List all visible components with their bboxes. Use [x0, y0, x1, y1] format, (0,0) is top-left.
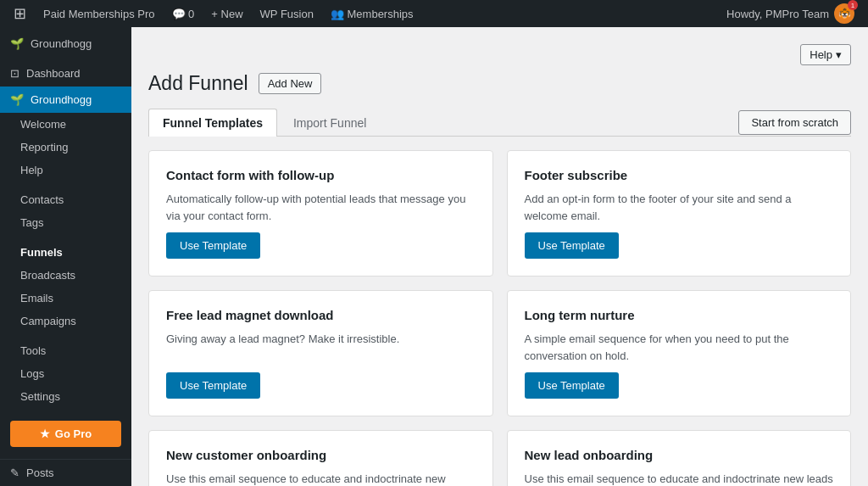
avatar-emoji: 🐯: [838, 8, 851, 20]
site-name-label: Paid Memberships Pro: [43, 8, 155, 20]
template-title-5: New lead onboarding: [525, 448, 834, 462]
tabs-container: Funnel Templates Import Funnel: [148, 109, 381, 136]
wp-logo-icon: ⊞: [14, 4, 26, 23]
content-area: Help ▾ Add Funnel Add New Funnel Templat…: [131, 27, 868, 486]
sidebar-item-funnels[interactable]: Funnels: [0, 241, 131, 264]
template-desc-2: Giving away a lead magnet? Make it irres…: [166, 331, 476, 364]
template-card-1: Footer subscribe Add an opt-in form to t…: [507, 150, 852, 277]
sidebar-item-reporting-label: Reporting: [20, 141, 68, 154]
sidebar-item-groundhogg-label: Groundhogg: [31, 93, 92, 106]
template-title-3: Long term nurture: [525, 308, 834, 322]
sidebar-item-settings[interactable]: Settings: [0, 385, 131, 408]
tab-import-funnel[interactable]: Import Funnel: [279, 109, 381, 137]
help-label: Help: [810, 48, 832, 61]
dashboard-icon: ⊡: [10, 67, 19, 80]
sidebar-logo-label: Groundhogg: [31, 37, 92, 50]
new-label: + New: [211, 8, 242, 20]
sidebar-item-logs-label: Logs: [20, 367, 44, 380]
howdy-item[interactable]: Howdy, PMPro Team 🐯 1: [720, 3, 861, 24]
star-icon: ★: [40, 427, 50, 440]
sidebar-item-help[interactable]: Help: [0, 159, 131, 182]
sidebar-item-emails-label: Emails: [20, 292, 53, 304]
sidebar-item-tools[interactable]: Tools: [0, 339, 131, 362]
howdy-label: Howdy, PMPro Team: [726, 8, 829, 20]
sidebar-item-dashboard-label: Dashboard: [26, 67, 81, 80]
sidebar-item-broadcasts-label: Broadcasts: [20, 269, 75, 282]
main-layout: 🌱 Groundhogg ⊡ Dashboard 🌱 Groundhogg We…: [0, 27, 868, 486]
groundhogg-icon: 🌱: [10, 93, 24, 106]
template-title-1: Footer subscribe: [525, 168, 834, 182]
add-new-button[interactable]: Add New: [259, 73, 322, 94]
template-desc-0: Automatically follow-up with potential l…: [166, 191, 476, 224]
sidebar-item-help-label: Help: [20, 164, 43, 176]
sidebar-item-campaigns[interactable]: Campaigns: [0, 310, 131, 332]
admin-bar: ⊞ Paid Memberships Pro 💬 0 + New WP Fusi…: [0, 0, 868, 27]
sidebar-item-funnels-label: Funnels: [20, 246, 63, 259]
sidebar-item-contacts[interactable]: Contacts: [0, 188, 131, 211]
page-title: Add Funnel: [148, 72, 248, 95]
use-template-button-1[interactable]: Use Template: [525, 232, 619, 259]
go-pro-label: Go Pro: [55, 427, 92, 440]
templates-grid: Contact form with follow-up Automaticall…: [148, 150, 851, 486]
sidebar-item-posts[interactable]: ✎ Posts: [0, 459, 131, 486]
new-item[interactable]: + New: [204, 0, 249, 27]
template-card-3: Long term nurture A simple email sequenc…: [507, 290, 852, 416]
groundhogg-logo-icon: 🌱: [10, 37, 24, 50]
memberships-label: 👥 Memberships: [331, 8, 414, 20]
template-title-0: Contact form with follow-up: [166, 168, 476, 182]
use-template-button-3[interactable]: Use Template: [525, 372, 619, 399]
sidebar-logo: 🌱 Groundhogg: [0, 27, 131, 60]
template-card-2: Free lead magnet download Giving away a …: [148, 290, 493, 416]
template-title-2: Free lead magnet download: [166, 308, 476, 322]
sidebar-item-welcome-label: Welcome: [20, 118, 66, 131]
sidebar-item-welcome[interactable]: Welcome: [0, 113, 131, 136]
notification-badge: 1: [848, 0, 858, 10]
tab-funnel-templates[interactable]: Funnel Templates: [148, 109, 277, 137]
template-card-5: New lead onboarding Use this email seque…: [507, 430, 852, 486]
template-card-0: Contact form with follow-up Automaticall…: [148, 150, 493, 277]
posts-icon: ✎: [10, 466, 19, 479]
avatar: 🐯 1: [834, 3, 854, 24]
sidebar-item-campaigns-label: Campaigns: [20, 315, 76, 327]
use-template-button-2[interactable]: Use Template: [166, 372, 260, 399]
comments-label: 💬 0: [172, 8, 195, 20]
sidebar-item-tags[interactable]: Tags: [0, 211, 131, 234]
template-desc-5: Use this email sequence to educate and i…: [525, 471, 834, 486]
comments-item[interactable]: 💬 0: [165, 0, 202, 27]
sidebar-item-broadcasts[interactable]: Broadcasts: [0, 264, 131, 287]
sidebar-item-posts-label: Posts: [26, 466, 54, 479]
template-desc-3: A simple email sequence for when you nee…: [525, 331, 834, 364]
sidebar-item-dashboard[interactable]: ⊡ Dashboard: [0, 60, 131, 87]
template-desc-1: Add an opt-in form to the footer of your…: [525, 191, 834, 224]
sidebar: 🌱 Groundhogg ⊡ Dashboard 🌱 Groundhogg We…: [0, 27, 131, 486]
sidebar-item-emails[interactable]: Emails: [0, 287, 131, 310]
sidebar-item-logs[interactable]: Logs: [0, 362, 131, 385]
sidebar-item-tools-label: Tools: [20, 344, 46, 357]
tab-funnel-templates-label: Funnel Templates: [163, 116, 263, 130]
sidebar-item-contacts-label: Contacts: [20, 193, 64, 206]
sidebar-item-tags-label: Tags: [20, 216, 43, 229]
site-name-item[interactable]: Paid Memberships Pro: [36, 0, 162, 27]
page-header: Add Funnel Add New: [148, 72, 851, 95]
help-button[interactable]: Help ▾: [800, 44, 851, 65]
tab-import-funnel-label: Import Funnel: [293, 116, 366, 130]
memberships-item[interactable]: 👥 Memberships: [324, 0, 420, 27]
sidebar-item-reporting[interactable]: Reporting: [0, 136, 131, 159]
start-from-scratch-button[interactable]: Start from scratch: [738, 110, 851, 135]
template-title-4: New customer onboarding: [166, 448, 476, 462]
go-pro-button[interactable]: ★ Go Pro: [10, 421, 121, 447]
sidebar-item-groundhogg[interactable]: 🌱 Groundhogg: [0, 87, 131, 113]
wp-logo-item[interactable]: ⊞: [7, 0, 33, 27]
template-card-4: New customer onboarding Use this email s…: [148, 430, 493, 486]
admin-bar-right: Howdy, PMPro Team 🐯 1: [720, 3, 861, 24]
sidebar-item-settings-label: Settings: [20, 390, 60, 403]
use-template-button-0[interactable]: Use Template: [166, 232, 260, 259]
wp-fusion-item[interactable]: WP Fusion: [253, 0, 320, 27]
wp-fusion-label: WP Fusion: [260, 8, 314, 20]
help-arrow-icon: ▾: [836, 48, 842, 61]
template-desc-4: Use this email sequence to educate and i…: [166, 471, 476, 486]
